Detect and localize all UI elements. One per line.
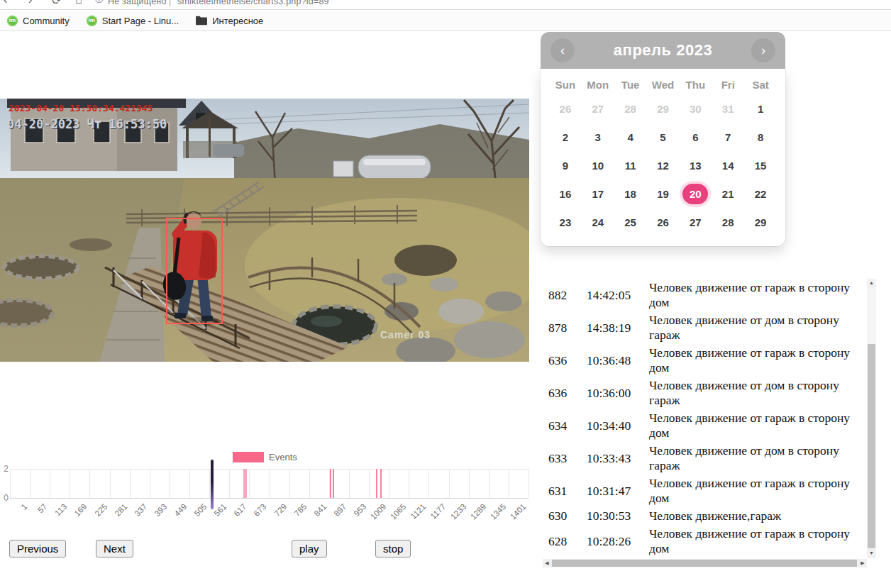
- horizontal-scrollbar-thumb[interactable]: [552, 560, 857, 567]
- forward-icon[interactable]: ›: [28, 0, 32, 6]
- playback-position-marker[interactable]: [211, 460, 214, 509]
- calendar-day[interactable]: 4: [614, 123, 647, 151]
- calendar-day[interactable]: 9: [549, 151, 582, 179]
- calendar-day[interactable]: 30: [679, 94, 712, 123]
- scroll-left-arrow-icon[interactable]: ◀: [543, 559, 551, 567]
- calendar-day[interactable]: 2: [549, 123, 582, 151]
- event-row[interactable]: 631 10:31:47 Человек движение от гараж в…: [543, 475, 865, 507]
- event-row[interactable]: 630 10:30:53 Человек движение,гараж: [543, 507, 865, 525]
- event-time: 10:28:26: [587, 534, 641, 549]
- bookmark-label: Интересное: [212, 16, 263, 26]
- x-axis-tick-label: 1009: [369, 502, 388, 521]
- weekday-label: Mon: [582, 76, 614, 94]
- x-axis-tick-label: 1401: [509, 502, 528, 521]
- calendar-day[interactable]: 23: [549, 208, 582, 236]
- event-id: 636: [548, 386, 578, 401]
- calendar-day[interactable]: 29: [647, 94, 680, 123]
- event-bar[interactable]: [330, 469, 331, 498]
- calendar-day[interactable]: 24: [582, 208, 614, 236]
- calendar-day[interactable]: 26: [549, 94, 582, 123]
- horizontal-scrollbar[interactable]: ◀ ▶: [543, 559, 867, 567]
- bookmark-community[interactable]: lm Community: [7, 16, 70, 26]
- calendar-day-selected[interactable]: 20: [679, 179, 712, 208]
- calendar-day[interactable]: 12: [647, 151, 680, 179]
- calendar-day[interactable]: 3: [582, 123, 614, 151]
- calendar-day[interactable]: 26: [647, 208, 680, 236]
- bookmark-start-page[interactable]: lm Start Page - Linu...: [87, 16, 179, 26]
- scroll-right-arrow-icon[interactable]: ▶: [858, 559, 867, 567]
- calendar-day[interactable]: 11: [614, 151, 647, 179]
- calendar-day[interactable]: 10: [582, 151, 614, 179]
- x-axis-tick-label: 281: [113, 502, 128, 518]
- vertical-scrollbar-thumb[interactable]: [868, 344, 875, 548]
- url-text[interactable]: smikteletmetheise/charts3.php?id=89: [177, 0, 329, 6]
- calendar-day[interactable]: 14: [712, 151, 744, 179]
- weekday-label: Fri: [712, 76, 744, 94]
- next-button[interactable]: Next: [96, 540, 133, 558]
- event-id: 630: [548, 509, 578, 523]
- event-row[interactable]: 634 10:34:40 Человек движение от гараж в…: [543, 409, 865, 442]
- event-row[interactable]: 882 14:42:05 Человек движение от гараж в…: [543, 279, 865, 311]
- selected-day-pill: 20: [682, 184, 708, 204]
- reload-icon[interactable]: ⟳: [52, 0, 61, 7]
- calendar-day[interactable]: 13: [679, 151, 712, 179]
- x-axis-tick-label: 673: [253, 502, 268, 518]
- stop-button[interactable]: stop: [375, 540, 411, 558]
- scroll-down-arrow-icon[interactable]: ▼: [867, 549, 876, 558]
- calendar-day[interactable]: 28: [712, 208, 744, 236]
- vertical-scrollbar[interactable]: ▲ ▼: [867, 279, 876, 558]
- back-icon[interactable]: ‹: [4, 0, 7, 6]
- calendar-next-button[interactable]: ›: [751, 38, 775, 62]
- home-icon[interactable]: ⌂: [75, 0, 82, 6]
- calendar-day[interactable]: 17: [582, 179, 614, 208]
- event-bar[interactable]: [380, 469, 382, 498]
- x-axis-tick-label: 617: [233, 502, 248, 518]
- event-bar[interactable]: [243, 469, 247, 498]
- x-axis-tick-label: 1121: [409, 502, 428, 521]
- calendar-day[interactable]: 27: [679, 208, 712, 236]
- bookmark-folder-interesnoe[interactable]: Интересное: [196, 16, 263, 26]
- security-label: Не защищено: [108, 0, 167, 6]
- event-bar[interactable]: [333, 469, 334, 498]
- calendar-day[interactable]: 7: [712, 123, 744, 151]
- calendar-day[interactable]: 6: [679, 123, 712, 151]
- calendar-day[interactable]: 31: [712, 94, 744, 123]
- event-bar[interactable]: [376, 469, 377, 498]
- site-info-icon[interactable]: ⓘ: [95, 0, 104, 6]
- calendar-day[interactable]: 16: [549, 179, 582, 208]
- calendar-day[interactable]: 19: [647, 179, 680, 208]
- event-description: Человек движение от гараж в сторону дом: [649, 476, 865, 506]
- chart-gridline-vertical: [50, 469, 50, 498]
- calendar-day[interactable]: 25: [614, 208, 647, 236]
- previous-button[interactable]: Previous: [9, 540, 66, 558]
- chart-plot[interactable]: 0215711316922528133739344950556161767372…: [0, 447, 539, 539]
- calendar-day[interactable]: 18: [614, 179, 647, 208]
- x-axis-tick-label: 1289: [469, 502, 488, 521]
- play-button[interactable]: play: [292, 540, 327, 558]
- event-id: 882: [548, 288, 578, 303]
- calendar-day[interactable]: 21: [712, 179, 744, 208]
- chart-gridline-vertical: [189, 469, 190, 498]
- x-axis-tick-label: 953: [352, 502, 367, 518]
- calendar-day[interactable]: 22: [744, 179, 777, 208]
- y-axis-tick-label: 2: [0, 464, 9, 474]
- event-row[interactable]: 636 10:36:48 Человек движение от гараж в…: [543, 344, 865, 377]
- calendar-day[interactable]: 28: [614, 94, 647, 123]
- event-row[interactable]: 636 10:36:00 Человек движение от дом в с…: [543, 377, 865, 409]
- calendar-day[interactable]: 15: [744, 151, 777, 179]
- event-time: 10:33:43: [587, 451, 641, 466]
- calendar-day[interactable]: 8: [744, 123, 777, 151]
- calendar-day[interactable]: 27: [582, 94, 614, 123]
- event-row[interactable]: 878 14:38:19 Человек движение от дом в с…: [543, 311, 865, 344]
- x-axis-tick-label: 1345: [489, 502, 508, 521]
- calendar-day[interactable]: 1: [744, 94, 777, 123]
- event-row[interactable]: 628 10:28:26 Человек движение от гараж в…: [543, 525, 865, 558]
- x-axis-tick-label: 225: [93, 502, 109, 518]
- event-row[interactable]: 633 10:33:43 Человек движение от дом в с…: [543, 442, 865, 475]
- bookmark-label: Start Page - Linu...: [102, 16, 179, 26]
- scroll-up-arrow-icon[interactable]: ▲: [867, 279, 876, 288]
- calendar-prev-button[interactable]: ‹: [550, 38, 575, 62]
- calendar-day[interactable]: 5: [647, 123, 680, 151]
- chart-gridline-vertical: [369, 469, 370, 498]
- calendar-day[interactable]: 29: [744, 208, 777, 236]
